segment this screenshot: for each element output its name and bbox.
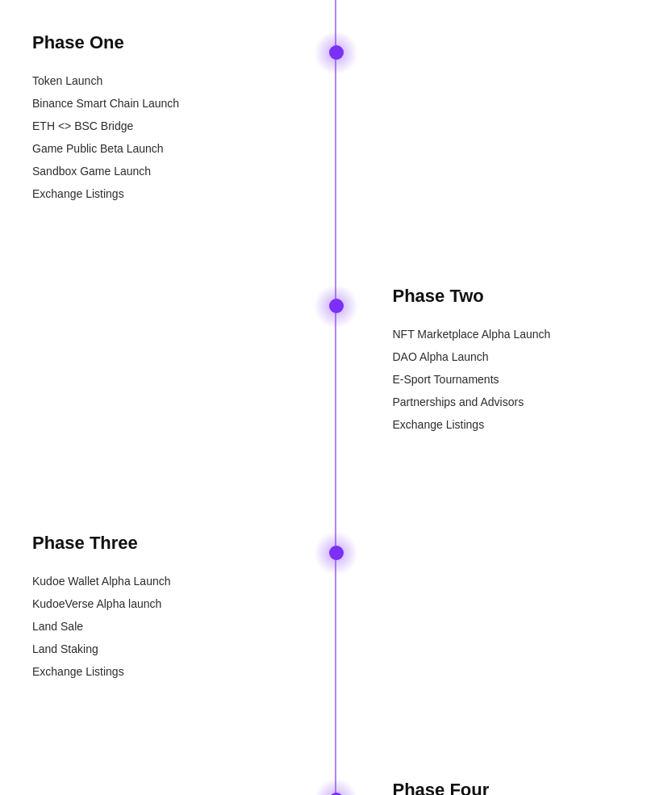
list-item: NFT Marketplace Alpha Launch: [393, 323, 641, 345]
list-item: Kudoe Wallet Alpha Launch: [32, 570, 280, 592]
phase-one-items: Token Launch Binance Smart Chain Launch …: [32, 69, 280, 205]
dot-inner: [329, 546, 344, 560]
dot-inner: [329, 45, 344, 60]
phase-two-items: NFT Marketplace Alpha Launch DAO Alpha L…: [393, 323, 641, 436]
timeline-wrapper: Phase One Token Launch Binance Smart Cha…: [0, 0, 672, 795]
phase-four-node: [320, 780, 353, 795]
list-item: DAO Alpha Launch: [393, 345, 641, 368]
dot-wrapper: [320, 537, 353, 569]
phase-three-title: Phase Three: [32, 533, 280, 554]
phase-four-section: Phase Four Kudoe DAO Beta Launch Kudoe W…: [0, 731, 672, 795]
list-item: Partnerships and Advisors: [393, 391, 641, 413]
list-item: Exchange Listings: [32, 660, 280, 683]
phase-three-node: [320, 533, 353, 569]
list-item: Land Sale: [32, 615, 280, 638]
phase-one-section: Phase One Token Launch Binance Smart Cha…: [0, 0, 672, 237]
list-item: Sandbox Game Launch: [32, 160, 280, 182]
list-item: Token Launch: [32, 69, 280, 92]
phase-one-content: Phase One Token Launch Binance Smart Cha…: [32, 32, 320, 205]
phase-two-content: Phase Two NFT Marketplace Alpha Launch D…: [353, 286, 641, 436]
list-item: Game Public Beta Launch: [32, 137, 280, 160]
dot-inner: [329, 299, 344, 313]
dot-wrapper: [320, 290, 353, 322]
phase-one-title: Phase One: [32, 32, 280, 53]
phase-three-section: Phase Three Kudoe Wallet Alpha Launch Ku…: [0, 484, 672, 731]
phase-four-content: Phase Four Kudoe DAO Beta Launch Kudoe W…: [353, 780, 641, 795]
phase-four-title: Phase Four: [393, 780, 641, 795]
list-item: Exchange Listings: [393, 413, 641, 436]
list-item: Exchange Listings: [32, 182, 280, 205]
phase-two-node: [320, 286, 353, 322]
list-item: ETH <> BSC Bridge: [32, 115, 280, 137]
phase-three-items: Kudoe Wallet Alpha Launch KudoeVerse Alp…: [32, 570, 280, 683]
list-item: KudoeVerse Alpha launch: [32, 592, 280, 615]
list-item: Land Staking: [32, 638, 280, 660]
phase-two-title: Phase Two: [393, 286, 641, 307]
phase-one-node: [320, 32, 353, 69]
dot-wrapper: [320, 784, 353, 795]
dot-wrapper: [320, 36, 353, 69]
list-item: Binance Smart Chain Launch: [32, 92, 280, 115]
list-item: E-Sport Tournaments: [393, 368, 641, 391]
phase-two-section: Phase Two NFT Marketplace Alpha Launch D…: [0, 237, 672, 484]
phase-three-content: Phase Three Kudoe Wallet Alpha Launch Ku…: [32, 533, 320, 683]
